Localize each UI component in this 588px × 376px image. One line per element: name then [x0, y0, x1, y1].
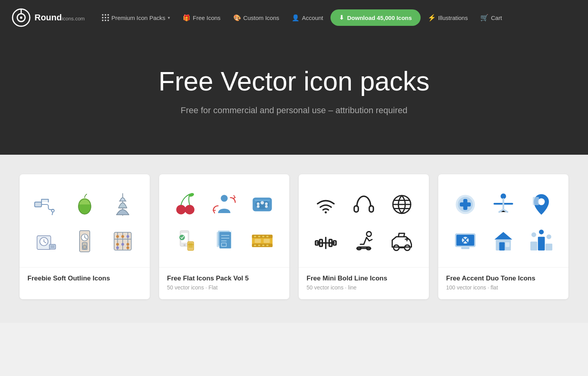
icon-abacus	[104, 222, 142, 259]
svg-rect-103	[460, 202, 471, 206]
icon-filmstrip	[243, 222, 281, 259]
svg-rect-82	[369, 206, 374, 212]
svg-point-43	[221, 195, 228, 202]
svg-point-41	[185, 204, 194, 214]
svg-point-37	[127, 243, 129, 246]
svg-point-40	[176, 204, 186, 214]
nav-cart-label: Cart	[491, 14, 502, 21]
svg-rect-119	[546, 244, 553, 251]
svg-rect-73	[267, 236, 269, 237]
svg-point-80	[325, 211, 327, 213]
svg-rect-115	[499, 242, 505, 251]
svg-point-93	[367, 232, 371, 237]
card-soft-outline[interactable]: Freebie Soft Outline Icons	[20, 174, 150, 299]
user-icon: 👤	[292, 14, 299, 22]
svg-rect-70	[254, 236, 256, 237]
card-duotone[interactable]: Free Accent Duo Tone Icons 100 vector ic…	[438, 174, 568, 299]
icon-person-spread	[484, 186, 522, 223]
svg-point-49	[257, 205, 260, 208]
card-subtitle-3: 50 vector icons · line	[307, 284, 421, 291]
svg-point-122	[546, 235, 551, 239]
icon-telephone	[243, 186, 281, 223]
grid-icon	[102, 14, 109, 21]
svg-rect-118	[530, 242, 537, 251]
icon-faucet	[27, 186, 65, 223]
nav-custom[interactable]: 🎨 Custom Icons	[228, 11, 285, 25]
icon-blueprint	[205, 222, 243, 259]
svg-rect-107	[533, 197, 539, 205]
svg-rect-116	[505, 242, 510, 247]
svg-rect-72	[262, 236, 264, 237]
svg-rect-76	[262, 245, 264, 246]
svg-point-55	[179, 235, 185, 240]
svg-point-38	[116, 246, 119, 249]
nav-premium-label: Premium Icon Packs	[111, 14, 165, 21]
card-info-3: Free Mini Bold Line Icons 50 vector icon…	[299, 267, 429, 299]
card-line[interactable]: Free Mini Bold Line Icons 50 vector icon…	[299, 174, 429, 299]
icon-cherries	[167, 186, 205, 223]
card-icons-4	[438, 174, 568, 267]
logo[interactable]: Roundicons.com	[12, 8, 85, 27]
svg-point-54	[183, 244, 185, 246]
svg-point-46	[257, 202, 260, 205]
svg-point-48	[265, 202, 268, 205]
svg-rect-79	[264, 239, 270, 243]
card-icons-3	[299, 174, 429, 267]
card-icons-2	[159, 174, 289, 267]
logo-icon	[12, 8, 31, 27]
cards-grid: Freebie Soft Outline Icons	[20, 174, 568, 299]
card-title-4: Free Accent Duo Tone Icons	[446, 275, 561, 282]
brush-icon: 🎨	[233, 14, 241, 22]
svg-rect-4	[34, 202, 42, 206]
hero-section: Free Vector icon packs Free for commerci…	[0, 35, 588, 155]
nav-premium[interactable]: Premium Icon Packs ▾	[96, 11, 176, 24]
gift-icon: 🎁	[183, 14, 191, 22]
icon-location-pin	[523, 186, 561, 223]
card-icons-1	[20, 174, 150, 267]
download-icon: ⬇	[339, 14, 344, 21]
card-info-4: Free Accent Duo Tone Icons 100 vector ic…	[438, 267, 568, 299]
nav-illustrations-label: Illustrations	[438, 14, 468, 21]
svg-rect-77	[267, 245, 269, 246]
icon-treadmill	[345, 222, 383, 259]
card-info-2: Free Flat Icons Pack Vol 5 50 vector ico…	[159, 267, 289, 299]
svg-rect-110	[461, 247, 469, 249]
nav-illustrations[interactable]: ⚡ Illustrations	[422, 11, 474, 25]
nav-free-label: Free Icons	[193, 14, 221, 21]
icon-wifi	[307, 186, 345, 223]
svg-point-98	[405, 245, 410, 251]
icon-mobile-check	[167, 222, 205, 259]
nav-links: Premium Icon Packs ▾ 🎁 Free Icons 🎨 Cust…	[96, 9, 576, 26]
svg-point-39	[127, 246, 129, 249]
icon-clock-box	[27, 222, 65, 259]
svg-rect-75	[258, 245, 260, 246]
icon-podium	[523, 222, 561, 259]
download-button[interactable]: ⬇ Download 45,000 Icons	[330, 9, 421, 26]
nav-cart[interactable]: 🛒 Cart	[475, 11, 507, 25]
hero-subtitle: Free for commercial and personal use – a…	[16, 105, 572, 116]
svg-rect-18	[49, 244, 56, 249]
card-title-1: Freebie Soft Outline Icons	[27, 275, 142, 282]
icon-eiffel-tower	[104, 186, 142, 223]
svg-rect-71	[258, 236, 260, 237]
icon-person-refresh	[205, 186, 243, 223]
nav-custom-label: Custom Icons	[243, 14, 279, 21]
navbar: Roundicons.com Premium Icon Packs ▾ 🎁 Fr…	[0, 0, 588, 35]
nav-free[interactable]: 🎁 Free Icons	[177, 11, 226, 25]
icon-monitor-cancel	[446, 222, 484, 259]
card-title-3: Free Mini Bold Line Icons	[307, 275, 421, 282]
svg-rect-57	[189, 243, 193, 248]
svg-point-32	[116, 235, 119, 238]
card-subtitle-4: 100 vector icons · flat	[446, 284, 561, 291]
svg-point-50	[265, 205, 268, 208]
cart-icon: 🛒	[480, 14, 488, 22]
card-flat[interactable]: Free Flat Icons Pack Vol 5 50 vector ico…	[159, 174, 289, 299]
logo-text: Roundicons.com	[34, 13, 85, 23]
lightning-icon: ⚡	[428, 14, 436, 22]
svg-point-2	[20, 16, 22, 19]
svg-line-6	[52, 212, 53, 215]
svg-rect-51	[255, 199, 270, 201]
nav-account[interactable]: 👤 Account	[286, 11, 328, 25]
card-title-2: Free Flat Icons Pack Vol 5	[167, 275, 281, 282]
icon-grandfather-clock	[65, 222, 103, 259]
